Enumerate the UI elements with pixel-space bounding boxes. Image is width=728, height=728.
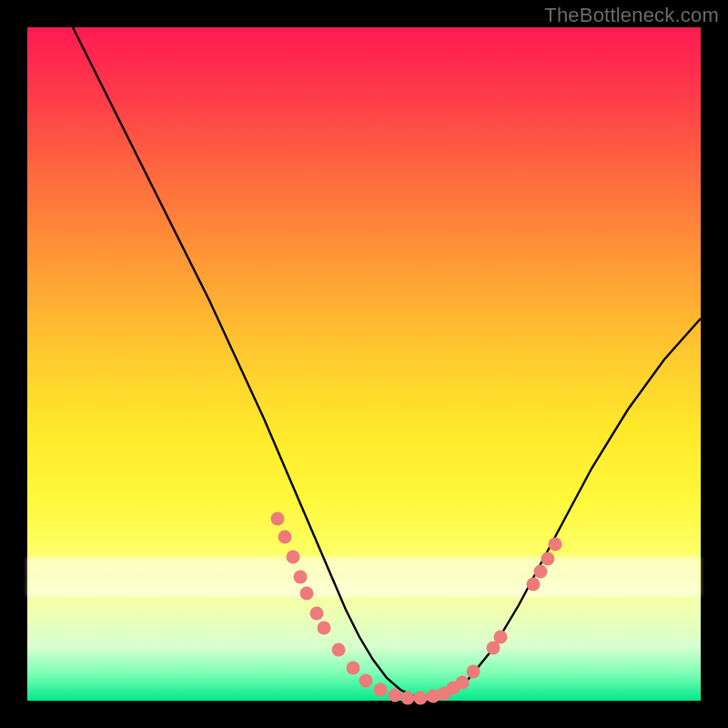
watermark-text: TheBottleneck.com xyxy=(544,4,719,27)
highlight-dot xyxy=(278,531,292,544)
highlight-dot xyxy=(374,683,388,697)
highlight-dot xyxy=(287,551,300,564)
highlight-dot xyxy=(347,662,360,675)
highlight-dot xyxy=(414,692,428,705)
highlight-dot xyxy=(494,631,508,644)
highlight-dot xyxy=(294,571,308,584)
highlight-dot xyxy=(300,587,314,601)
highlight-dot xyxy=(541,552,555,566)
highlight-dot xyxy=(527,578,541,592)
highlight-dot xyxy=(271,512,285,526)
highlight-dot xyxy=(359,674,373,688)
highlight-dot xyxy=(318,622,331,635)
highlight-dots xyxy=(271,512,562,705)
highlight-dot xyxy=(549,538,562,551)
highlight-dot xyxy=(467,665,480,679)
highlight-dot xyxy=(401,692,415,705)
highlight-dot xyxy=(389,689,402,703)
bottleneck-curve xyxy=(73,27,701,698)
highlight-dot xyxy=(534,565,548,579)
highlight-dot xyxy=(456,676,470,690)
outer-frame: TheBottleneck.com xyxy=(0,0,728,728)
highlight-dot xyxy=(310,607,324,621)
chart-svg xyxy=(27,27,701,701)
highlight-dot xyxy=(332,643,346,657)
